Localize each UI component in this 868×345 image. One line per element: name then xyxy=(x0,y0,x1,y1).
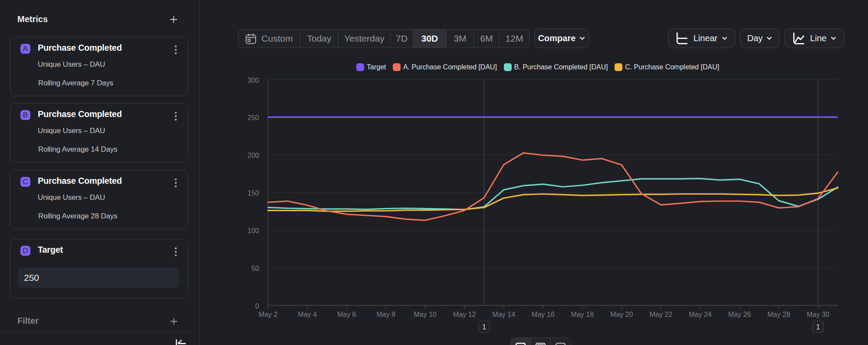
svg-text:May 18: May 18 xyxy=(571,311,594,318)
svg-text:May 6: May 6 xyxy=(337,311,356,318)
svg-text:100: 100 xyxy=(247,227,259,234)
svg-text:May 28: May 28 xyxy=(767,311,790,318)
svg-text:May 10: May 10 xyxy=(414,311,437,318)
svg-text:May 26: May 26 xyxy=(728,311,751,318)
svg-text:250: 250 xyxy=(247,114,259,121)
svg-text:May 30: May 30 xyxy=(807,311,830,318)
svg-text:May 20: May 20 xyxy=(610,311,633,318)
svg-text:50: 50 xyxy=(251,265,259,272)
svg-text:300: 300 xyxy=(247,77,259,84)
svg-text:May 2: May 2 xyxy=(259,311,278,318)
svg-text:May 8: May 8 xyxy=(376,311,395,318)
svg-text:May 4: May 4 xyxy=(298,311,317,318)
svg-text:May 22: May 22 xyxy=(650,311,673,318)
svg-text:1: 1 xyxy=(816,323,820,331)
svg-text:0: 0 xyxy=(255,303,259,310)
svg-text:May 14: May 14 xyxy=(493,311,516,318)
svg-text:May 24: May 24 xyxy=(689,311,712,318)
svg-text:200: 200 xyxy=(247,152,259,159)
svg-text:1: 1 xyxy=(482,323,486,331)
svg-text:150: 150 xyxy=(247,189,259,197)
svg-text:May 16: May 16 xyxy=(532,311,555,318)
svg-text:May 12: May 12 xyxy=(453,311,476,318)
